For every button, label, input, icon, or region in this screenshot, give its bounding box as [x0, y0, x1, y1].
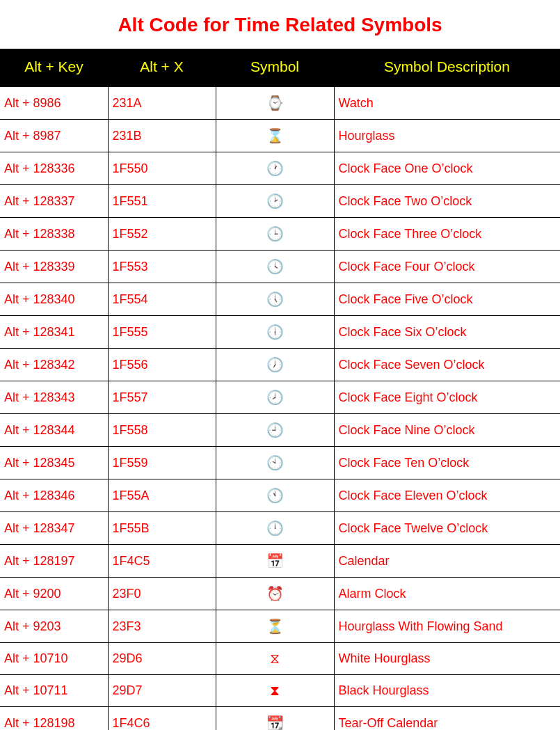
altcode-table: Alt + Key Alt + X Symbol Symbol Descript…: [0, 49, 560, 730]
cell-altkey: Alt + 128197: [0, 545, 108, 578]
table-row: Alt + 920323F3⏳Hourglass With Flowing Sa…: [0, 610, 560, 643]
header-desc: Symbol Description: [334, 49, 560, 87]
cell-symbol: 🕕: [216, 316, 334, 349]
cell-symbol: ⧗: [216, 675, 334, 707]
cell-altx: 23F0: [108, 578, 216, 610]
cell-symbol: 🕙: [216, 447, 334, 479]
cell-desc: Clock Face Two O’clock: [334, 185, 560, 218]
table-row: Alt + 1283411F555🕕Clock Face Six O’clock: [0, 316, 560, 349]
cell-symbol: ⌛: [216, 120, 334, 152]
cell-desc: Calendar: [334, 545, 560, 578]
cell-symbol: 📆: [216, 707, 334, 731]
table-row: Alt + 1283471F55B🕛Clock Face Twelve O’cl…: [0, 512, 560, 545]
cell-altx: 1F559: [108, 447, 216, 479]
cell-altkey: Alt + 9203: [0, 610, 108, 643]
cell-altx: 1F55B: [108, 512, 216, 545]
cell-desc: Black Hourglass: [334, 675, 560, 707]
cell-altx: 1F556: [108, 349, 216, 381]
cell-altkey: Alt + 128337: [0, 185, 108, 218]
cell-desc: Clock Face Six O’clock: [334, 316, 560, 349]
cell-desc: Clock Face Nine O’clock: [334, 414, 560, 447]
cell-altkey: Alt + 128345: [0, 447, 108, 479]
cell-symbol: 🕒: [216, 218, 334, 251]
cell-symbol: ⏰: [216, 578, 334, 610]
table-row: Alt + 1283441F558🕘Clock Face Nine O’cloc…: [0, 414, 560, 447]
cell-altx: 1F554: [108, 283, 216, 316]
table-row: Alt + 8987231B⌛Hourglass: [0, 120, 560, 152]
cell-desc: Tear-Off Calendar: [334, 707, 560, 731]
table-row: Alt + 1283371F551🕑Clock Face Two O’clock: [0, 185, 560, 218]
cell-symbol: 🕔: [216, 283, 334, 316]
cell-altkey: Alt + 128347: [0, 512, 108, 545]
cell-altx: 1F555: [108, 316, 216, 349]
cell-symbol: ⏳: [216, 610, 334, 643]
cell-symbol: 🕐: [216, 152, 334, 185]
cell-altkey: Alt + 10710: [0, 643, 108, 675]
cell-altkey: Alt + 128336: [0, 152, 108, 185]
cell-altkey: Alt + 128346: [0, 479, 108, 512]
cell-desc: Hourglass: [334, 120, 560, 152]
cell-altkey: Alt + 8987: [0, 120, 108, 152]
cell-altx: 1F55A: [108, 479, 216, 512]
cell-desc: Alarm Clock: [334, 578, 560, 610]
cell-desc: Clock Face Ten O’clock: [334, 447, 560, 479]
table-row: Alt + 1283381F552🕒Clock Face Three O’clo…: [0, 218, 560, 251]
table-row: Alt + 1281971F4C5📅Calendar: [0, 545, 560, 578]
cell-altkey: Alt + 9200: [0, 578, 108, 610]
table-row: Alt + 1283391F553🕓Clock Face Four O’cloc…: [0, 251, 560, 283]
cell-altx: 1F4C6: [108, 707, 216, 731]
cell-symbol: 🕖: [216, 349, 334, 381]
cell-symbol: 📅: [216, 545, 334, 578]
cell-symbol: 🕗: [216, 381, 334, 414]
cell-altkey: Alt + 128338: [0, 218, 108, 251]
table-row: Alt + 1071029D6⧖White Hourglass: [0, 643, 560, 675]
cell-symbol: 🕘: [216, 414, 334, 447]
cell-altx: 1F557: [108, 381, 216, 414]
cell-altkey: Alt + 128342: [0, 349, 108, 381]
cell-symbol: 🕓: [216, 251, 334, 283]
table-row: Alt + 1071129D7⧗Black Hourglass: [0, 675, 560, 707]
header-symbol: Symbol: [216, 49, 334, 87]
cell-desc: Clock Face Three O’clock: [334, 218, 560, 251]
cell-altx: 23F3: [108, 610, 216, 643]
cell-altx: 1F558: [108, 414, 216, 447]
cell-desc: Clock Face Eight O’clock: [334, 381, 560, 414]
cell-desc: Clock Face Twelve O’clock: [334, 512, 560, 545]
cell-desc: Clock Face Seven O’clock: [334, 349, 560, 381]
cell-altkey: Alt + 128341: [0, 316, 108, 349]
table-row: Alt + 1283401F554🕔Clock Face Five O’cloc…: [0, 283, 560, 316]
cell-desc: Watch: [334, 87, 560, 120]
table-row: Alt + 1283451F559🕙Clock Face Ten O’clock: [0, 447, 560, 479]
cell-altkey: Alt + 10711: [0, 675, 108, 707]
cell-desc: Clock Face Four O’clock: [334, 251, 560, 283]
cell-altx: 1F552: [108, 218, 216, 251]
cell-altkey: Alt + 128344: [0, 414, 108, 447]
cell-altkey: Alt + 128340: [0, 283, 108, 316]
cell-altx: 29D7: [108, 675, 216, 707]
cell-altx: 231B: [108, 120, 216, 152]
table-row: Alt + 1283421F556🕖Clock Face Seven O’clo…: [0, 349, 560, 381]
cell-desc: Clock Face One O’clock: [334, 152, 560, 185]
header-altx: Alt + X: [108, 49, 216, 87]
table-row: Alt + 1283361F550🕐Clock Face One O’clock: [0, 152, 560, 185]
cell-symbol: ⧖: [216, 643, 334, 675]
page-title: Alt Code for Time Related Symbols: [0, 0, 560, 49]
header-row: Alt + Key Alt + X Symbol Symbol Descript…: [0, 49, 560, 87]
cell-altkey: Alt + 128339: [0, 251, 108, 283]
table-row: Alt + 920023F0⏰Alarm Clock: [0, 578, 560, 610]
cell-altx: 1F553: [108, 251, 216, 283]
cell-altkey: Alt + 8986: [0, 87, 108, 120]
cell-altx: 1F551: [108, 185, 216, 218]
cell-altx: 29D6: [108, 643, 216, 675]
cell-desc: White Hourglass: [334, 643, 560, 675]
cell-symbol: 🕑: [216, 185, 334, 218]
cell-desc: Clock Face Eleven O’clock: [334, 479, 560, 512]
cell-altx: 1F550: [108, 152, 216, 185]
header-altkey: Alt + Key: [0, 49, 108, 87]
cell-symbol: 🕚: [216, 479, 334, 512]
table-row: Alt + 1283431F557🕗Clock Face Eight O’clo…: [0, 381, 560, 414]
cell-altkey: Alt + 128343: [0, 381, 108, 414]
cell-desc: Hourglass With Flowing Sand: [334, 610, 560, 643]
table-row: Alt + 8986231A⌚Watch: [0, 87, 560, 120]
cell-symbol: 🕛: [216, 512, 334, 545]
